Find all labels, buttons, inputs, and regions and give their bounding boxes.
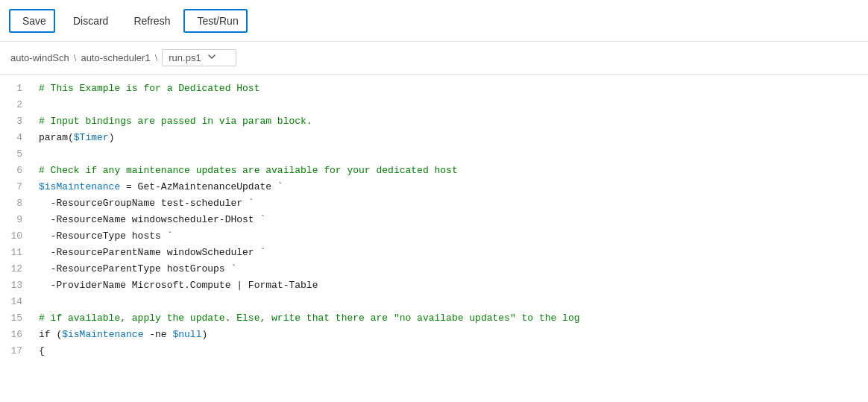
code-line: -ResourceType hosts ` [39,228,859,245]
line-number: 8 [0,195,30,212]
code-line: -ResourceParentType hostGroups ` [39,261,859,277]
refresh-button[interactable]: Refresh [122,10,177,31]
code-editor: 1234567891011121314151617 # This Example… [0,75,868,402]
breadcrumb-part2: auto-scheduler1 [81,52,150,63]
file-dropdown[interactable]: run.ps1 [162,49,236,66]
line-number: 4 [0,130,30,146]
file-name: run.ps1 [169,52,201,63]
code-line: -ResourceGroupName test-scheduler ` [39,195,859,212]
code-line [39,97,859,113]
line-number: 17 [0,343,30,359]
save-label: Save [22,15,46,27]
code-line [39,146,859,163]
line-number: 15 [0,310,30,327]
line-number: 9 [0,212,30,228]
code-line: if ($isMaintenance -ne $null) [39,327,859,343]
line-number: 7 [0,179,30,195]
line-number: 3 [0,113,30,130]
code-line: # if available, apply the update. Else, … [39,310,859,327]
code-line [39,294,859,310]
line-number: 14 [0,294,30,310]
line-number: 13 [0,277,30,294]
refresh-label: Refresh [133,15,170,27]
line-number: 5 [0,146,30,163]
line-numbers: 1234567891011121314151617 [0,75,30,402]
breadcrumb-part1: auto-windSch [10,52,69,63]
breadcrumb-sep2: \ [155,52,158,63]
chevron-down-icon [207,52,216,63]
code-line: # Input bindings are passed in via param… [39,113,859,130]
code-line: -ResourceName windowscheduler-DHost ` [39,212,859,228]
code-line: -ResourceParentName windowScheduler ` [39,245,859,261]
line-number: 10 [0,228,30,245]
line-number: 16 [0,327,30,343]
code-content[interactable]: # This Example is for a Dedicated Host# … [30,75,868,402]
line-number: 11 [0,245,30,261]
breadcrumb-sep1: \ [74,52,77,63]
discard-button[interactable]: Discard [61,10,116,31]
discard-label: Discard [73,15,108,27]
line-number: 6 [0,163,30,179]
code-line: param($Timer) [39,130,859,146]
code-line: { [39,343,859,359]
save-button[interactable]: Save [9,9,55,33]
line-number: 12 [0,261,30,277]
toolbar: Save Discard Refresh Test/Run [0,0,868,42]
line-number: 1 [0,81,30,97]
code-line: -ProviderName Microsoft.Compute | Format… [39,277,859,294]
code-line: $isMaintenance = Get-AzMaintenanceUpdate… [39,179,859,195]
testrun-label: Test/Run [197,15,238,27]
code-line: # This Example is for a Dedicated Host [39,81,859,97]
testrun-button[interactable]: Test/Run [183,9,247,33]
line-number: 2 [0,97,30,113]
breadcrumb: auto-windSch \ auto-scheduler1 \ run.ps1 [0,42,868,75]
code-line: # Check if any maintenance updates are a… [39,163,859,179]
